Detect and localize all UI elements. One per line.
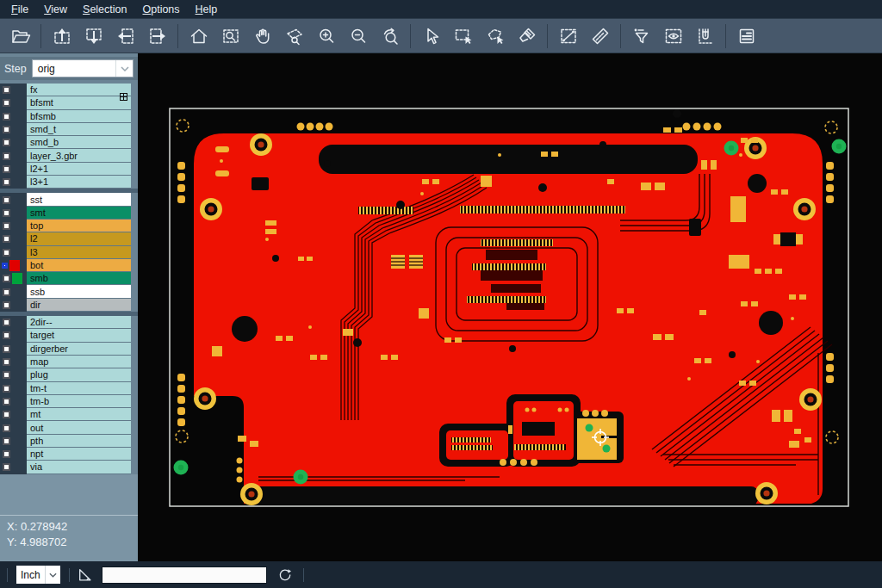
layer-row-npt[interactable]: npt (0, 448, 138, 461)
menu-selection[interactable]: Selection (75, 2, 134, 17)
import-left-button[interactable] (109, 22, 141, 51)
menu-help[interactable]: Help (188, 2, 226, 17)
grid-icon[interactable] (120, 89, 127, 104)
snap-button[interactable] (689, 22, 721, 51)
menu-options[interactable]: Options (134, 2, 187, 17)
pan-button[interactable] (246, 22, 278, 51)
select-polygon-button[interactable] (479, 22, 511, 51)
layer-name[interactable]: via (27, 461, 131, 473)
layer-row-out[interactable]: out (0, 421, 138, 434)
select-rectangle-button[interactable] (447, 22, 479, 51)
cleanup-button[interactable] (511, 22, 543, 51)
layer-row-bfsmt[interactable]: bfsmt (0, 96, 138, 109)
layer-checkbox[interactable] (3, 196, 10, 204)
menu-file[interactable]: File (3, 2, 36, 17)
pcb-view[interactable] (138, 52, 882, 561)
layer-checkbox[interactable] (3, 331, 10, 339)
layer-checkbox[interactable] (3, 463, 10, 471)
layer-name[interactable]: bfsmb (27, 110, 131, 123)
layer-checkbox[interactable] (3, 450, 10, 458)
layer-checkbox[interactable] (3, 178, 10, 186)
layer-name[interactable]: smb (27, 272, 131, 285)
layer-row-top[interactable]: top (0, 220, 138, 232)
layer-name[interactable]: l2 (27, 232, 131, 245)
layer-row-l3p1[interactable]: l3+1 (0, 176, 138, 189)
refresh-button[interactable] (277, 567, 293, 583)
layer-row-plug[interactable]: plug (0, 368, 138, 381)
layer-checkbox[interactable] (3, 152, 10, 160)
layer-checkbox[interactable] (3, 371, 10, 379)
layers-panel-button[interactable] (730, 22, 762, 51)
layer-row-ssb[interactable]: ssb (0, 285, 138, 298)
layer-name[interactable]: mt (27, 408, 131, 421)
layer-checkbox[interactable] (3, 209, 10, 217)
layer-checkbox[interactable] (3, 385, 10, 393)
layer-row-bfsmb[interactable]: bfsmb (0, 110, 138, 123)
layer-row-map[interactable]: map (0, 356, 138, 368)
layer-name[interactable]: map (27, 356, 131, 368)
open-button[interactable] (4, 22, 36, 51)
layer-checkbox[interactable] (3, 126, 10, 133)
layer-name[interactable]: bfsmt (27, 96, 131, 109)
layer-name[interactable]: top (27, 220, 131, 232)
layer-checkbox[interactable] (3, 424, 10, 432)
layer-name[interactable]: layer_3.gbr (27, 149, 131, 162)
layer-checkbox[interactable] (3, 358, 10, 366)
units-dropdown[interactable]: Inch (16, 566, 60, 584)
layer-row-fx[interactable]: fx (0, 84, 138, 96)
layer-row-smd_t[interactable]: smd_t (0, 123, 138, 136)
layer-row-pth[interactable]: pth (0, 435, 138, 448)
chevron-down-icon[interactable] (115, 60, 133, 77)
layer-row-smb[interactable]: smb (0, 272, 138, 285)
layer-row-l3[interactable]: l3 (0, 246, 138, 259)
layer-row-sst[interactable]: sst (0, 193, 138, 206)
layer-checkbox[interactable] (3, 275, 10, 282)
layer-name[interactable]: ssb (27, 285, 131, 298)
zoom-window-button[interactable] (214, 22, 246, 51)
layer-row-via[interactable]: via (0, 461, 138, 473)
command-input[interactable] (102, 566, 267, 584)
menu-view[interactable]: View (36, 2, 75, 17)
layer-checkbox[interactable] (3, 86, 10, 94)
layer-row-target[interactable]: target (0, 329, 138, 342)
layer-row-smd_b[interactable]: smd_b (0, 136, 138, 149)
layer-checkbox[interactable] (3, 235, 10, 243)
chevron-down-icon[interactable] (45, 566, 60, 584)
layer-name[interactable]: tm-t (27, 382, 131, 395)
zoom-home-button[interactable] (183, 22, 214, 51)
layer-checkbox[interactable] (3, 288, 10, 296)
layer-row-dirgerber[interactable]: dirgerber (0, 343, 138, 356)
layer-row-l2p1[interactable]: l2+1 (0, 163, 138, 176)
layer-name[interactable]: smt (27, 207, 131, 220)
zoom-previous-button[interactable] (374, 22, 406, 51)
layer-row-tm-b[interactable]: tm-b (0, 395, 138, 408)
import-right-button[interactable] (141, 22, 173, 51)
layer-name[interactable]: fx (27, 84, 131, 96)
layer-row-layer3[interactable]: layer_3.gbr (0, 149, 138, 162)
layer-checkbox[interactable] (3, 165, 10, 173)
layer-checkbox[interactable] (3, 139, 10, 146)
layer-row-bot[interactable]: bot (0, 259, 138, 272)
layer-row-smt[interactable]: smt (0, 207, 138, 220)
layer-row-dir[interactable]: dir (0, 299, 138, 312)
view-options-button[interactable] (657, 22, 689, 51)
layer-checkbox[interactable] (3, 319, 10, 326)
angle-measure-button[interactable] (78, 567, 93, 583)
layer-checkbox[interactable] (3, 411, 10, 418)
layer-row-2dir[interactable]: 2dir-- (0, 316, 138, 329)
layer-name[interactable]: l2+1 (27, 163, 131, 176)
layer-checkbox[interactable] (3, 99, 10, 107)
layer-name[interactable]: dirgerber (27, 343, 131, 356)
layer-checkbox-selected[interactable] (2, 263, 8, 269)
layer-name[interactable]: dir (27, 299, 131, 312)
layer-row-tm-t[interactable]: tm-t (0, 382, 138, 395)
layer-checkbox[interactable] (3, 437, 10, 445)
layer-row-mt[interactable]: mt (0, 408, 138, 421)
layer-name[interactable]: out (27, 421, 131, 434)
layer-checkbox[interactable] (3, 249, 10, 257)
layer-name[interactable]: plug (27, 368, 131, 381)
zoom-in-button[interactable] (310, 22, 342, 51)
layer-checkbox[interactable] (3, 301, 10, 309)
layer-name[interactable]: sst (27, 193, 131, 206)
layer-name[interactable]: 2dir-- (27, 316, 131, 329)
